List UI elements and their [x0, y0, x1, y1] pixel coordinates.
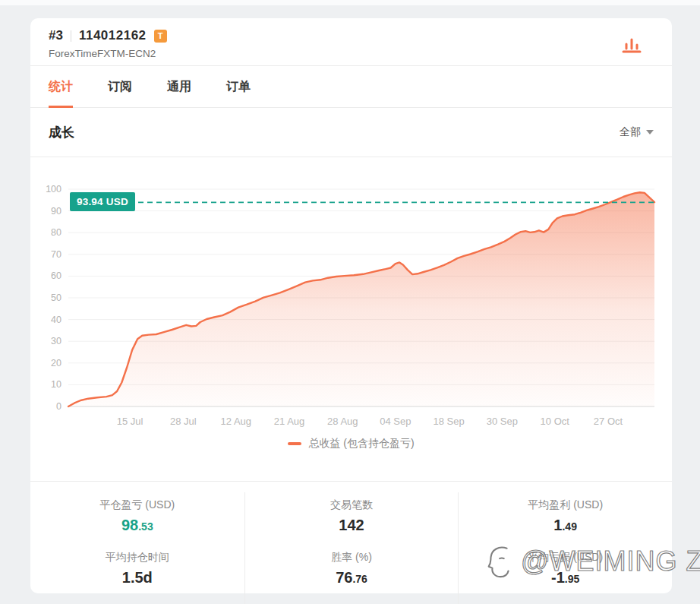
svg-text:18 Sep: 18 Sep: [433, 416, 464, 427]
svg-text:10 Oct: 10 Oct: [541, 416, 570, 427]
stat-avg-profit: 平均盈利 (USD) 1.49: [466, 498, 664, 534]
signal-card: #3 114012162 T ForexTimeFXTM-ECN2 统计 订阅 …: [30, 18, 672, 593]
stats-column-1: 平仓盈亏 (USD) 98.53 平均持仓时间 1.5d: [30, 492, 244, 604]
svg-text:15 Jul: 15 Jul: [117, 416, 143, 427]
period-filter-dropdown[interactable]: 全部: [620, 125, 654, 139]
title-separator: [71, 30, 71, 42]
chevron-down-icon: [646, 130, 654, 134]
stat-avg-profit-value: 1.49: [466, 517, 664, 534]
period-filter-label: 全部: [620, 125, 641, 139]
growth-chart[interactable]: 010203040506070809010015 Jul28 Jul12 Aug…: [30, 157, 672, 481]
svg-text:80: 80: [51, 227, 61, 238]
growth-section-header: 成长 全部: [30, 108, 672, 157]
account-id: 114012162: [79, 28, 147, 43]
legend-dash-icon: [288, 442, 301, 445]
trade-badge-icon: T: [154, 30, 167, 43]
section-title: 成长: [49, 124, 74, 141]
tab-bar: 统计 订阅 通用 订单: [30, 66, 672, 108]
title-row: #3 114012162 T: [49, 28, 167, 43]
svg-text:28 Aug: 28 Aug: [327, 416, 358, 427]
stat-avg-holding-time: 平均持仓时间 1.5d: [38, 551, 237, 587]
svg-text:12 Aug: 12 Aug: [221, 416, 252, 427]
stat-avg-loss-value: -1.95: [466, 569, 664, 587]
svg-text:21 Aug: 21 Aug: [274, 416, 305, 427]
stats-column-3: 平均盈利 (USD) 1.49 平均亏损 (USD) -1.95: [458, 492, 672, 604]
svg-text:28 Jul: 28 Jul: [170, 416, 197, 427]
svg-text:10: 10: [51, 379, 61, 390]
svg-text:60: 60: [51, 270, 61, 281]
svg-text:04 Sep: 04 Sep: [380, 416, 411, 427]
stat-win-rate: 胜率 (%) 76.76: [253, 551, 451, 587]
svg-text:50: 50: [51, 293, 61, 303]
stat-closed-pl: 平仓盈亏 (USD) 98.53: [38, 498, 237, 534]
stat-win-rate-value: 76.76: [253, 569, 451, 587]
stat-avg-loss: 平均亏损 (USD) -1.95: [466, 551, 664, 587]
svg-text:90: 90: [51, 206, 61, 217]
svg-text:30: 30: [51, 336, 61, 346]
svg-text:30 Sep: 30 Sep: [487, 416, 518, 427]
stat-closed-pl-value: 98.53: [38, 517, 237, 534]
bar-chart-icon[interactable]: [620, 34, 643, 56]
tab-general[interactable]: 通用: [167, 66, 191, 107]
chart-legend: 总收益 (包含持仓盈亏): [30, 437, 672, 451]
tab-statistics[interactable]: 统计: [49, 66, 73, 107]
page-top-strip: [0, 0, 700, 5]
svg-text:100: 100: [46, 184, 61, 194]
tab-subscribe[interactable]: 订阅: [108, 66, 132, 107]
tab-orders[interactable]: 订单: [226, 66, 251, 107]
card-header: #3 114012162 T ForexTimeFXTM-ECN2: [30, 18, 672, 66]
signal-rank: #3: [49, 28, 63, 43]
svg-text:70: 70: [51, 249, 61, 260]
legend-label: 总收益 (包含持仓盈亏): [308, 437, 414, 451]
current-value-badge: 93.94 USD: [70, 192, 135, 211]
svg-text:27 Oct: 27 Oct: [594, 416, 623, 427]
stats-column-2: 交易笔数 142 胜率 (%) 76.76: [244, 492, 459, 604]
svg-text:0: 0: [56, 401, 61, 412]
svg-text:40: 40: [51, 315, 61, 325]
stats-grid: 平仓盈亏 (USD) 98.53 平均持仓时间 1.5d 交易笔数 142 胜率…: [30, 481, 672, 604]
server-name: ForexTimeFXTM-ECN2: [49, 48, 167, 59]
stat-trade-count-value: 142: [253, 517, 451, 534]
header-titles: #3 114012162 T ForexTimeFXTM-ECN2: [49, 28, 167, 59]
stat-avg-holding-time-value: 1.5d: [38, 569, 237, 587]
stat-trade-count: 交易笔数 142: [253, 498, 451, 534]
svg-text:20: 20: [51, 358, 61, 368]
